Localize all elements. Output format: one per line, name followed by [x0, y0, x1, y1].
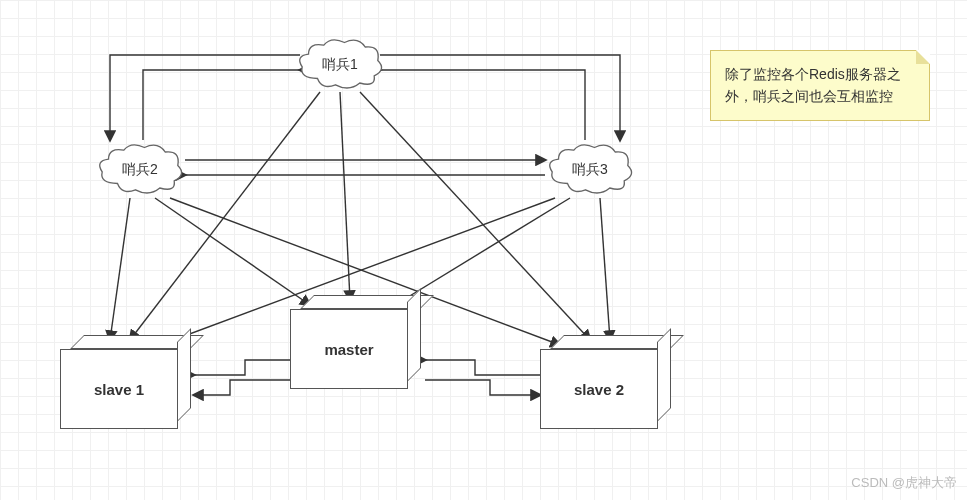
edge-s3-slave2	[600, 198, 610, 340]
sentinel-2-node: 哨兵2	[95, 140, 185, 200]
slave-2-label: slave 2	[574, 381, 624, 398]
sentinel-3-node: 哨兵3	[545, 140, 635, 200]
annotation-note: 除了监控各个Redis服务器之外，哨兵之间也会互相监控	[710, 50, 930, 121]
slave-1-node: slave 1	[60, 335, 190, 430]
edge-s3-master	[395, 198, 570, 305]
sentinel-1-node: 哨兵1	[295, 35, 385, 95]
edge-s3-s1	[380, 70, 585, 140]
slave-1-label: slave 1	[94, 381, 144, 398]
sentinel-1-label: 哨兵1	[322, 56, 358, 74]
annotation-text: 除了监控各个Redis服务器之外，哨兵之间也会互相监控	[725, 66, 901, 104]
edge-master-slave1	[194, 380, 290, 395]
edge-s1-s3	[380, 55, 620, 140]
master-node: master	[290, 295, 420, 390]
edge-s1-master	[340, 92, 350, 300]
sentinel-2-label: 哨兵2	[122, 161, 158, 179]
sentinel-3-label: 哨兵3	[572, 161, 608, 179]
edge-slave1-master	[194, 360, 290, 375]
edge-master-slave2	[425, 380, 540, 395]
edge-s2-s1	[143, 70, 300, 140]
slave-2-node: slave 2	[540, 335, 670, 430]
master-label: master	[324, 341, 373, 358]
edge-slave2-master	[425, 360, 540, 375]
edge-s2-master	[155, 198, 310, 305]
edge-s2-slave1	[110, 198, 130, 340]
diagram-canvas: 哨兵1 哨兵2 哨兵3 master slave 1 slave 2	[0, 0, 967, 500]
watermark: CSDN @虎神大帝	[851, 474, 957, 492]
edge-s1-s2	[110, 55, 300, 140]
